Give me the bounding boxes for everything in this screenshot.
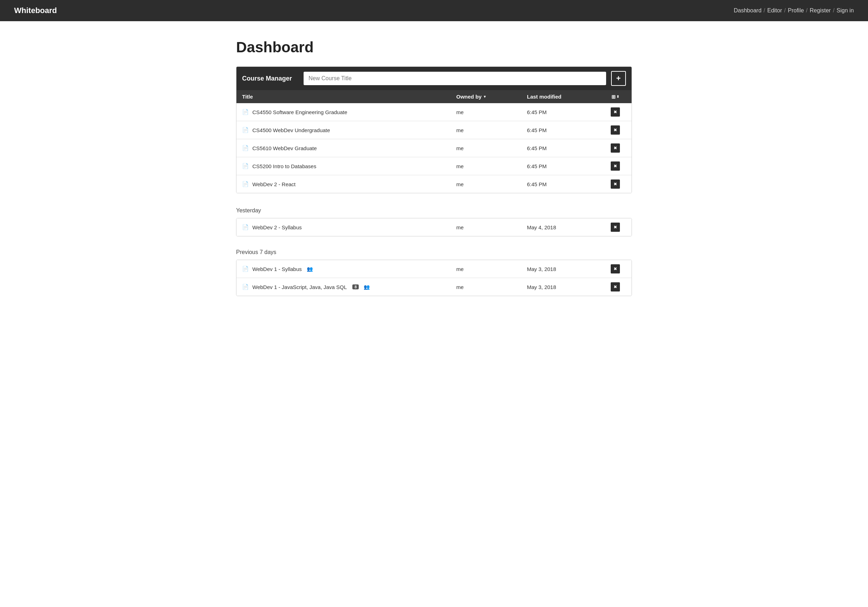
row-action-cell: ✖ [605,161,626,171]
doc-icon: 📄 [242,284,249,290]
doc-icon: 📄 [242,109,249,115]
row-title[interactable]: WebDev 2 - Syllabus [252,225,302,230]
row-title[interactable]: CS4550 Software Engineering Graduate [252,109,347,115]
nav-link-dashboard[interactable]: Dashboard [734,8,761,14]
course-manager: Course Manager + Title Owned by ▼ Last m… [236,67,632,193]
row-owned-cell: me [456,284,527,290]
row-modified-cell: 6:45 PM [527,127,605,133]
sort-arrow-icon: ▼ [483,95,487,99]
row-owned-cell: me [456,127,527,133]
row-title-cell: 📄 CS5200 Intro to Databases [242,163,456,169]
course-manager-header: Course Manager + [236,67,632,90]
row-action-cell: ✖ [605,125,626,135]
doc-icon: 📄 [242,145,249,151]
main-content: Dashboard Course Manager + Title Owned b… [222,21,646,327]
navbar: Whiteboard Dashboard / Editor / Profile … [0,0,868,21]
add-course-button[interactable]: + [611,71,626,86]
row-action-cell: ✖ [605,144,626,153]
row-modified-cell: 6:45 PM [527,163,605,169]
table-row: 📄 CS5200 Intro to Databasesme6:45 PM ✖ [236,157,632,175]
table-row: 📄 WebDev 1 - JavaScript, Java, Java SQL8… [236,278,632,296]
row-action-cell: ✖ [605,264,626,274]
yesterday-section: Yesterday 📄 WebDev 2 - SyllabusmeMay 4, … [236,207,632,236]
row-title-cell: 📄 CS5610 WebDev Graduate [242,145,456,151]
badge-num: 8 [352,285,359,290]
nav-link-signin[interactable]: Sign in [837,8,854,14]
row-modified-cell: 6:45 PM [527,109,605,115]
nav-link-editor[interactable]: Editor [767,8,782,14]
previous7-label: Previous 7 days [236,249,632,255]
delete-button[interactable]: ✖ [611,223,620,232]
delete-button[interactable]: ✖ [611,180,620,189]
row-owned-cell: me [456,225,527,230]
table-row: 📄 CS4500 WebDev Undergraduateme6:45 PM ✖ [236,121,632,139]
row-title[interactable]: CS4500 WebDev Undergraduate [252,127,330,133]
col-header-action: ⊞ ⬍ [605,94,626,100]
table-row: 📄 WebDev 2 - SyllabusmeMay 4, 2018 ✖ [236,218,632,236]
yesterday-label: Yesterday [236,207,632,214]
previous7-section: Previous 7 days 📄 WebDev 1 - Syllabus👥me… [236,249,632,296]
row-title-cell: 📄 WebDev 2 - Syllabus [242,224,456,230]
delete-button[interactable]: ✖ [611,125,620,135]
row-modified-cell: May 3, 2018 [527,284,605,290]
doc-icon: 📄 [242,266,249,272]
nav-link-register[interactable]: Register [810,8,831,14]
new-course-input[interactable] [304,72,606,85]
row-owned-cell: me [456,145,527,151]
delete-button[interactable]: ✖ [611,161,620,171]
row-title-cell: 📄 WebDev 1 - JavaScript, Java, Java SQL8… [242,284,456,290]
row-action-cell: ✖ [605,223,626,232]
course-manager-title: Course Manager [242,75,299,82]
row-title-cell: 📄 CS4550 Software Engineering Graduate [242,109,456,115]
row-title[interactable]: WebDev 2 - React [252,181,296,187]
doc-icon: 📄 [242,163,249,169]
doc-icon: 📄 [242,181,249,187]
doc-icon: 📄 [242,224,249,230]
delete-button[interactable]: ✖ [611,282,620,291]
users-icon: 👥 [307,266,313,272]
nav-brand[interactable]: Whiteboard [14,6,57,15]
row-modified-cell: May 3, 2018 [527,266,605,272]
badge-group: 8 [352,285,359,290]
table-row: 📄 WebDev 1 - Syllabus👥meMay 3, 2018 ✖ [236,260,632,278]
row-action-cell: ✖ [605,282,626,291]
row-owned-cell: me [456,163,527,169]
delete-button[interactable]: ✖ [611,264,620,274]
row-action-cell: ✖ [605,107,626,116]
row-title-cell: 📄 WebDev 1 - Syllabus👥 [242,266,456,272]
row-modified-cell: 6:45 PM [527,145,605,151]
row-title[interactable]: WebDev 1 - Syllabus [252,266,302,272]
page-title: Dashboard [236,39,632,56]
previous7-table: 📄 WebDev 1 - Syllabus👥meMay 3, 2018 ✖ 📄 … [236,260,632,296]
grid-view-icon[interactable]: ⊞ [611,94,616,100]
doc-icon: 📄 [242,127,249,133]
nav-link-profile[interactable]: Profile [788,8,804,14]
nav-links: Dashboard / Editor / Profile / Register … [734,8,854,14]
row-action-cell: ✖ [605,180,626,189]
row-title[interactable]: CS5610 WebDev Graduate [252,145,317,151]
row-title-cell: 📄 WebDev 2 - React [242,181,456,187]
row-modified-cell: May 4, 2018 [527,225,605,230]
table-row: 📄 WebDev 2 - Reactme6:45 PM ✖ [236,175,632,193]
col-header-title: Title [242,94,456,100]
yesterday-table: 📄 WebDev 2 - SyllabusmeMay 4, 2018 ✖ [236,218,632,236]
row-modified-cell: 6:45 PM [527,181,605,187]
table-row: 📄 CS4550 Software Engineering Graduateme… [236,103,632,121]
table-header-row: Title Owned by ▼ Last modified ⊞ ⬍ [236,90,632,103]
row-owned-cell: me [456,181,527,187]
today-rows: 📄 CS4550 Software Engineering Graduateme… [236,103,632,193]
col-header-modified: Last modified [527,94,605,100]
row-title[interactable]: CS5200 Intro to Databases [252,163,316,169]
users-icon: 👥 [364,284,370,290]
table-row: 📄 CS5610 WebDev Graduateme6:45 PM ✖ [236,139,632,157]
row-title[interactable]: WebDev 1 - JavaScript, Java, Java SQL [252,284,347,290]
col-header-owned[interactable]: Owned by ▼ [456,94,527,100]
row-owned-cell: me [456,266,527,272]
row-title-cell: 📄 CS4500 WebDev Undergraduate [242,127,456,133]
delete-button[interactable]: ✖ [611,144,620,153]
row-owned-cell: me [456,109,527,115]
delete-button[interactable]: ✖ [611,107,620,116]
